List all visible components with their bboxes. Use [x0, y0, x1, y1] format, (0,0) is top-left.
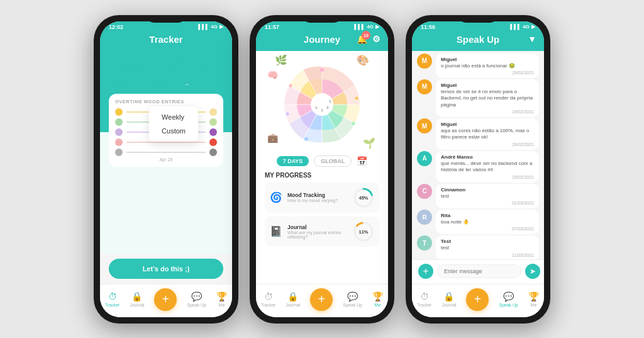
mood-btn-okay[interactable]: Okay — [189, 57, 219, 72]
chat-name-1: Miguel — [441, 57, 534, 62]
nav-journal-2[interactable]: 🔒 Journal — [286, 291, 300, 307]
nav-journal-1[interactable]: 🔒 Journal — [130, 291, 144, 307]
screen-tracker: 12:02 ▌▌▌ 4G ▶ Tracker Awesome Fine Okay… — [100, 21, 232, 317]
message-add-button[interactable]: + — [418, 264, 433, 279]
mood-btn-fine[interactable]: Fine — [157, 57, 185, 72]
status-time-2: 11:57 — [265, 24, 279, 30]
nav-plus-3[interactable]: + — [466, 288, 489, 311]
speakup-icon-2: 💬 — [347, 291, 358, 301]
avatar-miguel-1: M — [417, 54, 432, 69]
status-icons-2: ▌▌▌ 4G ▶ — [354, 24, 379, 30]
notch-2 — [303, 15, 341, 23]
overtime-section: OVERTIME MOOD ENTRIES Weekly Custom — [109, 94, 223, 167]
mood-tracking-icon: 🌀 — [270, 191, 282, 203]
me-icon-1: 🏆 — [216, 291, 227, 301]
me-icon-2: 🏆 — [372, 291, 383, 301]
chat-time-4: 19/02/2021 — [441, 175, 534, 179]
network-icon-2: 4G — [367, 24, 374, 30]
chat-time-3: 19/02/2021 — [441, 142, 534, 147]
settings-icon[interactable]: ⚙ — [372, 34, 380, 44]
status-icons-3: ▌▌▌ 4G ▶ — [510, 24, 535, 30]
nav-plus-2[interactable]: + — [310, 288, 333, 311]
mood-buttons-row2: Meh Awful → — [109, 77, 223, 91]
mood-line-4 — [126, 142, 206, 143]
mood-dot-1 — [115, 108, 123, 116]
nav-tracker-1[interactable]: ⏱ Tracker — [105, 291, 119, 307]
toggle-7days[interactable]: 7 DAYS — [277, 156, 309, 166]
lets-do-button[interactable]: Let's do this ;) — [109, 259, 223, 279]
toggle-global[interactable]: GLOBAL — [314, 155, 352, 167]
journey-header: Journey 🔔 10 ⚙ — [256, 31, 388, 51]
svg-point-20 — [286, 112, 289, 115]
journal-pct: 11% — [358, 228, 368, 234]
status-bar-2: 11:57 ▌▌▌ 4G ▶ — [256, 21, 388, 31]
mood-btn-awesome[interactable]: Awesome — [109, 57, 153, 72]
tracker-title: Tracker — [149, 34, 182, 45]
signal-icon-1: ▌▌▌ — [198, 24, 209, 30]
journey-content: 1 2 1 1 🌿 🎨 🌱 — [256, 51, 388, 284]
avatar-test: T — [417, 235, 432, 251]
mood-btn-meh[interactable]: Meh — [109, 77, 137, 91]
phones-container: 12:02 ▌▌▌ 4G ▶ Tracker Awesome Fine Okay… — [81, 3, 563, 336]
chat-text-5: test — [441, 193, 534, 200]
dropdown-weekly[interactable]: Weekly — [149, 110, 198, 124]
chat-name-3: Miguel — [441, 121, 534, 127]
chat-msg-5: C Cinnamon test 01/03/2021 — [417, 184, 539, 208]
me-icon-3: 🏆 — [528, 291, 539, 301]
doodle-left: 🧠 — [267, 70, 278, 80]
mood-dot-4b — [209, 138, 217, 146]
chat-bubble-4: André Manso que merda... deve ser no bac… — [436, 151, 539, 183]
journal-icon-1: 🔒 — [131, 291, 142, 301]
message-input[interactable] — [437, 264, 521, 278]
tracker-icon-3: ⏱ — [420, 291, 429, 301]
nav-me-2[interactable]: 🏆 Me — [372, 291, 383, 307]
filter-icon[interactable]: ▼ — [528, 34, 536, 44]
nav-speakup-3[interactable]: 💬 Speak Up — [499, 291, 518, 307]
bottom-nav-2: ⏱ Tracker 🔒 Journal + 💬 Speak Up 🏆 Me — [256, 284, 388, 317]
status-time-3: 11:56 — [421, 24, 435, 30]
nav-me-3[interactable]: 🏆 Me — [528, 291, 539, 307]
notification-badge: 10 — [362, 31, 370, 40]
mood-btn-awful[interactable]: Awful — [141, 77, 172, 91]
chat-text-7: test — [441, 245, 534, 251]
nav-speakup-1[interactable]: 💬 Speak Up — [187, 291, 206, 307]
chat-msg-6: R Rita boa noite 🤚 07/03/2021 — [417, 210, 539, 234]
network-icon-3: 4G — [523, 24, 530, 30]
avatar-rita: R — [417, 210, 432, 225]
chat-name-5: Cinnamon — [441, 187, 534, 193]
svg-point-21 — [289, 84, 292, 87]
progress-title: MY PROGRESS — [265, 172, 379, 179]
message-send-button[interactable]: ➤ — [525, 264, 540, 279]
mood-dot-2b — [209, 118, 217, 126]
mood-tracking-label: Mood Tracking — [287, 192, 348, 198]
nav-speakup-label-3: Speak Up — [499, 303, 518, 307]
nav-tracker-2[interactable]: ⏱ Tracker — [261, 291, 275, 307]
chat-time-7: 11/03/2021 — [441, 253, 534, 257]
nav-me-1[interactable]: 🏆 Me — [216, 291, 227, 307]
mood-progress-circle: 45% — [353, 187, 374, 208]
mood-wheel: 1 2 1 1 — [275, 57, 369, 152]
chat-name-2: Miguel — [441, 82, 534, 88]
mood-btn-arrow[interactable]: → — [177, 77, 197, 91]
nav-speakup-2[interactable]: 💬 Speak Up — [343, 291, 362, 307]
nav-tracker-label-3: Tracker — [417, 303, 431, 307]
chat-msg-1: M Miguel o journal não está a funcionar … — [417, 54, 539, 78]
nav-journal-3[interactable]: 🔒 Journal — [441, 291, 456, 307]
progress-journal-text: Journal What are my journal entries refl… — [287, 224, 348, 239]
mood-buttons-row1: Awesome Fine Okay — [109, 57, 223, 72]
nav-plus-1[interactable]: + — [154, 288, 177, 311]
calendar-icon[interactable]: 📅 — [357, 156, 367, 166]
chat-time-1: 19/02/2021 — [441, 70, 534, 75]
mood-dot-2 — [115, 118, 123, 126]
mood-entry-5 — [115, 149, 217, 156]
notification-icon-wrap[interactable]: 🔔 10 — [357, 34, 367, 44]
tracker-icon-2: ⏱ — [264, 291, 273, 301]
nav-tracker-label-1: Tracker — [105, 303, 119, 307]
chat-time-5: 01/03/2021 — [441, 201, 534, 205]
mood-dot-5 — [115, 149, 123, 156]
nav-tracker-3[interactable]: ⏱ Tracker — [417, 291, 431, 307]
mood-dot-5b — [209, 149, 217, 156]
dropdown-custom[interactable]: Custom — [149, 124, 198, 138]
chat-text-4: que merda... deve ser no backend com a h… — [441, 161, 534, 174]
mood-tracking-sub: How is my mood varying? — [287, 198, 348, 203]
